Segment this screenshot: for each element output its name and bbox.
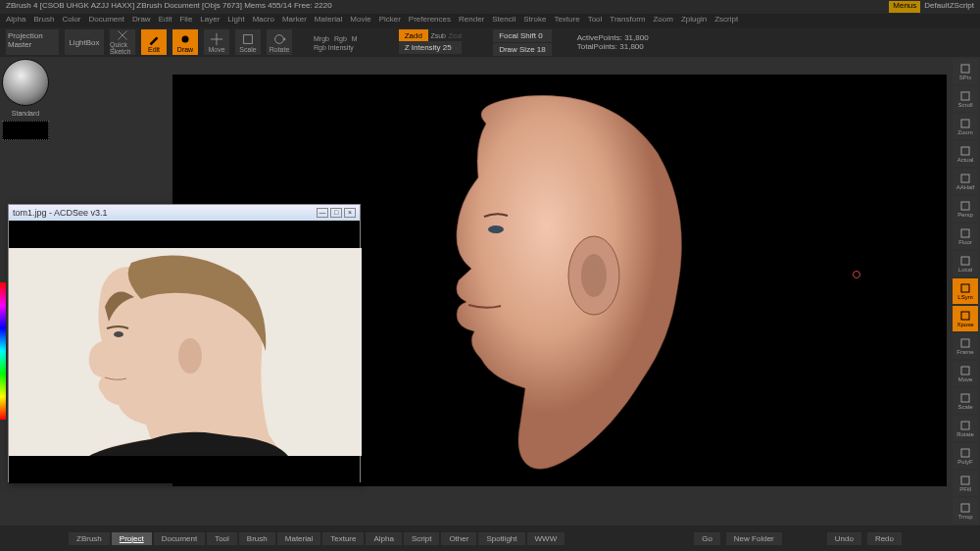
color-spectrum[interactable] (0, 282, 6, 420)
aahalf-button[interactable]: AAHalf (953, 169, 978, 194)
xpose-button[interactable]: Xpose (953, 306, 978, 331)
svg-rect-13 (961, 257, 969, 265)
tab-other[interactable]: Other (441, 532, 476, 545)
menu-draw[interactable]: Draw (132, 15, 151, 26)
tab-material[interactable]: Material (277, 532, 320, 545)
menu-zplugin[interactable]: Zplugin (681, 15, 707, 26)
reference-title: tom1.jpg - ACDSee v3.1 (13, 208, 108, 218)
go-button[interactable]: Go (694, 532, 720, 545)
projection-master-button[interactable]: Projection Master (6, 29, 59, 55)
rgb-button[interactable]: Rgb (334, 35, 347, 42)
z-intensity-slider[interactable]: Z Intensity 25 (399, 41, 462, 54)
edit-button[interactable]: Edit (141, 29, 167, 55)
lsym-button[interactable]: LSym (953, 278, 978, 304)
svg-point-27 (178, 338, 202, 374)
menu-light[interactable]: Light (227, 15, 244, 26)
persp-button[interactable]: Persp (953, 196, 978, 222)
local-button[interactable]: Local (953, 251, 978, 276)
menu-render[interactable]: Render (459, 15, 484, 26)
zoom-button[interactable]: Zoom (953, 114, 978, 139)
color-swatch[interactable] (2, 121, 49, 140)
tab-alpha[interactable]: Alpha (366, 532, 401, 545)
draw-button[interactable]: Draw (172, 29, 198, 55)
tab-document[interactable]: Document (154, 532, 205, 545)
menu-texture[interactable]: Texture (554, 15, 579, 26)
draw-size-slider[interactable]: Draw Size 18 (493, 43, 552, 56)
tab-texture[interactable]: Texture (322, 532, 364, 545)
tab-brush[interactable]: Brush (239, 532, 275, 545)
actual-button[interactable]: Actual (953, 141, 978, 167)
pfill-button[interactable]: PFill (953, 471, 978, 496)
menu-edit[interactable]: Edit (159, 15, 172, 26)
svg-rect-6 (961, 65, 969, 73)
frame-button[interactable]: Frame (953, 333, 978, 359)
reference-window[interactable]: tom1.jpg - ACDSee v3.1 — □ × (8, 204, 361, 482)
menu-file[interactable]: File (179, 15, 192, 26)
undo-button[interactable]: Undo (827, 532, 861, 545)
close-icon[interactable]: × (344, 208, 356, 218)
svg-point-0 (182, 35, 189, 42)
menu-layer[interactable]: Layer (200, 15, 220, 26)
lightbox-button[interactable]: LightBox (65, 29, 104, 55)
zcut-button[interactable]: Zcut (449, 32, 463, 39)
svg-point-4 (581, 254, 607, 297)
tab-spotlight[interactable]: Spotlight (478, 532, 524, 545)
scale-button[interactable]: Scale (235, 29, 261, 55)
redo-button[interactable]: Redo (867, 532, 902, 545)
project-name: DefaultZScript (924, 1, 974, 13)
tab-www[interactable]: WWW (527, 532, 565, 545)
menu-material[interactable]: Material (315, 15, 342, 26)
focal-shift-slider[interactable]: Focal Shift 0 (493, 29, 552, 42)
svg-rect-21 (961, 476, 969, 484)
bottom-bar: ZBrushProjectDocumentToolBrushMaterialTe… (0, 526, 980, 551)
menu-brush[interactable]: Brush (33, 15, 54, 26)
menu-color[interactable]: Color (62, 15, 80, 26)
tab-zbrush[interactable]: ZBrush (69, 532, 110, 545)
svg-point-2 (275, 34, 284, 43)
mrgb-button[interactable]: Mrgb (314, 35, 329, 42)
left-toolbar: Standard (2, 59, 49, 140)
rotate-button[interactable]: Rotate (267, 29, 292, 55)
svg-rect-8 (961, 120, 969, 127)
menu-document[interactable]: Document (89, 15, 124, 26)
tab-project[interactable]: Project (112, 532, 152, 545)
reference-image (9, 221, 360, 483)
rotate-button[interactable]: Rotate (953, 416, 978, 441)
rgb-intensity-label: Rgb Intensity (314, 44, 358, 51)
menu-marker[interactable]: Marker (282, 15, 307, 26)
menu-alpha[interactable]: Alpha (6, 15, 25, 26)
menu-picker[interactable]: Picker (379, 15, 401, 26)
reference-titlebar[interactable]: tom1.jpg - ACDSee v3.1 — □ × (9, 205, 360, 221)
new-folder-button[interactable]: New Folder (726, 532, 782, 545)
sculpt-model (398, 84, 702, 476)
menu-tool[interactable]: Tool (588, 15, 603, 26)
trnsp-button[interactable]: Trnsp (953, 498, 978, 524)
m-button[interactable]: M (352, 35, 358, 42)
zsub-button[interactable]: Zsub (430, 32, 446, 39)
brush-name: Standard (2, 110, 49, 117)
menu-transform[interactable]: Transform (610, 15, 645, 26)
tab-script[interactable]: Script (404, 532, 439, 545)
spix-button[interactable]: SPix (953, 59, 978, 84)
menu-zoom[interactable]: Zoom (653, 15, 672, 26)
scroll-button[interactable]: Scroll (953, 86, 978, 112)
floor-button[interactable]: Floor (953, 224, 978, 249)
svg-rect-18 (961, 394, 969, 402)
polyf-button[interactable]: PolyF (953, 443, 978, 469)
minimize-icon[interactable]: — (317, 208, 328, 218)
title-text: ZBrush 4 [CSOB UHGK AZJJ HAXX] ZBrush Do… (6, 1, 332, 13)
menu-stencil[interactable]: Stencil (492, 15, 515, 26)
brush-preview[interactable] (2, 59, 49, 106)
maximize-icon[interactable]: □ (330, 208, 342, 218)
scale-button[interactable]: Scale (953, 388, 978, 414)
menu-macro[interactable]: Macro (253, 15, 274, 26)
menus-tag[interactable]: Menus (889, 1, 920, 13)
menu-preferences[interactable]: Preferences (409, 15, 451, 26)
tab-tool[interactable]: Tool (207, 532, 237, 545)
menu-stroke[interactable]: Stroke (523, 15, 546, 26)
menu-movie[interactable]: Movie (350, 15, 370, 26)
quick-sketch-button[interactable]: Quick Sketch (110, 29, 135, 55)
menu-zscript[interactable]: Zscript (714, 15, 738, 26)
move-button[interactable]: Move (953, 361, 978, 386)
move-button[interactable]: Move (204, 29, 229, 55)
